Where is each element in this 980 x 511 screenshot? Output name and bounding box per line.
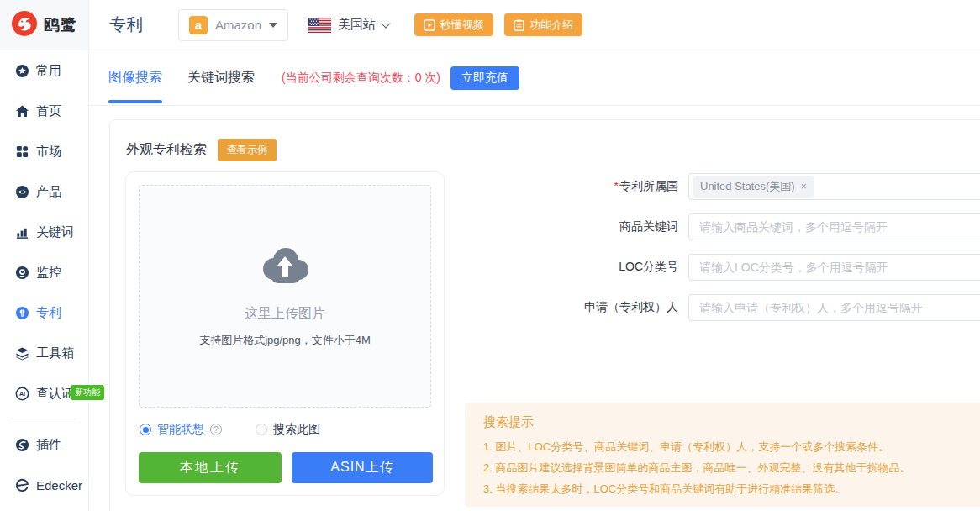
clipboard-icon (514, 19, 524, 31)
star-circle-icon (15, 64, 29, 78)
sidebar-item-plugin[interactable]: 插件 (0, 424, 88, 465)
sidebar-item-label: 监控 (36, 265, 61, 281)
tag-close-icon[interactable]: × (801, 181, 807, 192)
svg-text:AI: AI (19, 391, 25, 398)
search-tips-panel: 搜索提示 1. 图片、LOC分类号、商品关键词、申请（专利权）人，支持一个或多个… (465, 403, 980, 507)
home-icon (15, 104, 29, 119)
sidebar-item-label: 插件 (36, 437, 61, 453)
tabs-bar: 图像搜索 关键词搜索 (当前公司剩余查询次数：0 次) 立即充值 (89, 50, 980, 106)
help-icon[interactable]: ? (210, 424, 222, 435)
sidebar-item-home[interactable]: 首页 (0, 91, 88, 131)
bar-chart-icon (15, 225, 29, 240)
monitor-icon (15, 266, 29, 280)
page-title: 专利 (109, 13, 143, 36)
remaining-quota-note: (当前公司剩余查询次数：0 次) (282, 71, 440, 86)
sidebar-item-toolbox[interactable]: 工具箱 (0, 333, 88, 373)
sidebar-item-label: 常用 (36, 63, 61, 79)
sidebar-item-label: 工具箱 (36, 345, 74, 361)
country-tag: United States(美国) × (693, 176, 814, 198)
upload-subhint: 支持图片格式jpg/png，文件小于4M (199, 333, 371, 348)
layers-icon (15, 346, 29, 361)
radio-search-this-image[interactable]: 搜索此图 (256, 422, 320, 437)
country-tag-label: United States(美国) (700, 179, 795, 194)
sidebar-item-label: Edecker (36, 478, 82, 493)
dropdown-arrow-icon (269, 23, 277, 28)
header: 专利 a Amazon 美国站 秒懂视频 功能介绍 (89, 0, 980, 50)
search-tip: 1. 图片、LOC分类号、商品关键词、申请（专利权）人，支持一个或多个搜索条件。 (483, 436, 980, 457)
sidebar: 鸥鹭 常用 首页 市场 产品 关键词 监控 专利 工具箱 AI 查认证 新功能 … (0, 0, 89, 511)
new-feature-badge: 新功能 (71, 385, 104, 400)
video-tutorial-button[interactable]: 秒懂视频 (414, 13, 493, 36)
recharge-button[interactable]: 立即充值 (450, 66, 519, 90)
local-upload-button[interactable]: 本地上传 (139, 452, 282, 483)
sidebar-item-keyword[interactable]: 关键词 (0, 212, 88, 252)
us-flag-icon (308, 18, 331, 33)
sidebar-item-label: 关键词 (36, 224, 74, 240)
image-upload-panel: 这里上传图片 支持图片格式jpg/png，文件小于4M 智能联想 ? 搜索此图 … (125, 171, 445, 496)
site-select[interactable]: 美国站 (308, 17, 389, 33)
country-label: *专利所属国 (472, 179, 688, 194)
eye-circle-icon (15, 185, 29, 199)
radio-unselected-icon (256, 424, 267, 435)
required-mark: * (614, 179, 619, 192)
sidebar-divider (12, 419, 76, 419)
image-dropzone[interactable]: 这里上传图片 支持图片格式jpg/png，文件小于4M (139, 185, 431, 408)
cloud-upload-icon (259, 246, 311, 285)
sidebar-item-product[interactable]: 产品 (0, 171, 88, 212)
keyword-label: 商品关键词 (472, 219, 688, 234)
chevron-down-icon (381, 18, 390, 28)
radio-this-image-label: 搜索此图 (273, 422, 320, 437)
sidebar-item-market[interactable]: 市场 (0, 131, 88, 171)
radio-smart-label: 智能联想 (157, 422, 204, 437)
radio-selected-icon (140, 424, 151, 435)
site-select-value: 美国站 (338, 17, 376, 33)
plugin-icon (15, 438, 29, 452)
loc-class-input[interactable] (688, 254, 980, 281)
section-title: 外观专利检索 (126, 141, 207, 159)
sidebar-item-changyong[interactable]: 常用 (0, 50, 88, 91)
brand-name: 鸥鹭 (44, 14, 77, 36)
sidebar-item-monitor[interactable]: 监控 (0, 252, 88, 292)
edecker-icon (15, 478, 29, 493)
loc-class-label: LOC分类号 (472, 260, 688, 275)
feature-intro-button[interactable]: 功能介绍 (504, 13, 582, 36)
sidebar-item-label: 首页 (36, 103, 61, 119)
search-tips-title: 搜索提示 (483, 414, 980, 430)
brand-logo: 鸥鹭 (0, 0, 88, 50)
brand-bird-icon (11, 10, 38, 40)
sidebar-item-edecker[interactable]: Edecker (0, 465, 88, 505)
asin-upload-button[interactable]: ASIN上传 (292, 452, 433, 483)
platform-select[interactable]: a Amazon (178, 9, 288, 41)
sidebar-item-patent[interactable]: 专利 (0, 292, 88, 333)
sidebar-item-certification[interactable]: AI 查认证 新功能 (0, 373, 88, 414)
country-input[interactable]: United States(美国) × (688, 173, 980, 200)
upload-hint: 这里上传图片 (245, 305, 325, 323)
sidebar-item-label: 专利 (36, 305, 61, 321)
intro-button-label: 功能介绍 (530, 18, 573, 33)
play-video-icon (424, 19, 435, 31)
patent-bulb-icon (15, 306, 29, 320)
view-example-badge[interactable]: 查看示例 (218, 139, 277, 161)
search-tip: 3. 当搜索结果太多时，LOC分类号和商品关键词有助于进行精准结果筛选。 (483, 478, 980, 499)
tab-image-search[interactable]: 图像搜索 (108, 50, 162, 106)
platform-select-value: Amazon (215, 18, 261, 32)
sidebar-item-label: 市场 (36, 144, 61, 160)
keyword-input[interactable] (688, 213, 980, 240)
grid-icon (15, 145, 29, 159)
sidebar-item-label: 产品 (36, 184, 61, 200)
ai-circle-icon: AI (15, 387, 29, 401)
applicant-label: 申请（专利权）人 (472, 300, 688, 315)
amazon-icon: a (189, 16, 208, 34)
applicant-input[interactable] (688, 294, 980, 321)
tab-keyword-search[interactable]: 关键词搜索 (187, 50, 255, 106)
radio-smart-match[interactable]: 智能联想 ? (140, 422, 222, 437)
search-tip: 2. 商品图片建议选择背景图简单的商品主图，商品唯一、外观完整、没有其他干扰物品… (483, 457, 980, 478)
design-patent-search-card: 外观专利检索 查看示例 这里上传图片 支持图片格式jpg/png，文件小于4M … (109, 119, 980, 511)
video-button-label: 秒懂视频 (440, 18, 484, 33)
